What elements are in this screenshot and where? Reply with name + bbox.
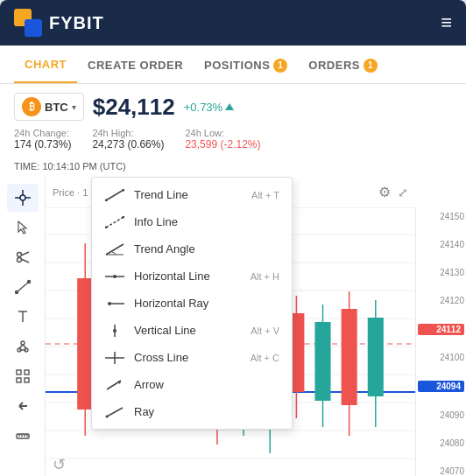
arrow-up-icon [225,103,234,110]
menu-item-horizontal-line[interactable]: Horizontal Line Alt + H [92,262,292,290]
time-label: TIME: 10:14:10 PM (UTC) [0,158,466,177]
svg-line-11 [17,282,29,292]
vertical-line-icon [104,325,125,337]
text-icon [15,309,31,325]
svg-rect-83 [342,309,357,405]
chevron-down-icon: ▾ [72,102,76,112]
price-tick-7: 24090 [418,410,464,420]
price-stats: 24h Change: 174 (0.73%) 24h High: 24,273… [14,128,452,150]
price-tick-0: 24150 [418,212,464,221]
menu-item-trend-line[interactable]: Trend Line Alt + T [92,181,292,208]
toolbar-scissors[interactable] [7,243,39,271]
toolbar-crosshair[interactable] [7,184,39,212]
nav-tabs: CHART CREATE ORDER POSITIONS 1 ORDERS 1 [0,46,466,84]
menu-item-info-line-label: Info Line [134,215,271,228]
toolbar-trend[interactable] [7,273,39,301]
chart-expand-button[interactable]: ⤢ [398,186,408,200]
svg-point-44 [113,329,116,332]
svg-line-49 [107,408,123,416]
price-label-text: Price · 1 [53,187,88,198]
hamburger-icon: ≡ [441,11,452,33]
chart-refresh-button[interactable]: ↺ [53,455,66,474]
svg-line-9 [21,252,29,256]
chart-area[interactable]: Trend Line Alt + T Info Line Trend [46,177,466,476]
coin-selector[interactable]: ₿ BTC ▾ [14,93,84,121]
menu-item-horizontal-line-label: Horizontal Line [134,270,242,283]
menu-item-ray-label: Ray [134,405,271,418]
svg-rect-23 [25,370,29,374]
tab-chart[interactable]: CHART [14,46,77,83]
trend-angle-icon [104,243,125,256]
svg-line-20 [23,345,26,348]
price-change-text: +0.73% [184,101,222,114]
price-tick-blue: 24094 [418,381,464,392]
scissors-icon [15,249,31,265]
arrow-icon [104,379,125,391]
ray-icon [104,406,125,418]
svg-rect-1 [25,19,42,37]
svg-point-13 [27,281,30,284]
price-tick-3: 24120 [418,296,464,305]
menu-item-horizontal-line-shortcut: Alt + H [251,271,279,282]
menu-item-arrow-label: Arrow [134,378,271,391]
toolbar [0,177,46,476]
toolbar-ruler[interactable] [7,422,39,450]
menu-item-vertical-line-label: Vertical Line [134,324,242,337]
svg-line-34 [106,217,124,228]
price-tick-2: 24130 [418,268,464,277]
price-tick-1: 24140 [418,240,464,249]
menu-item-trend-angle-label: Trend Angle [134,242,271,256]
menu-item-horizontal-ray[interactable]: Horizontal Ray [92,290,292,317]
menu-item-arrow[interactable]: Arrow [92,371,292,398]
svg-line-31 [106,190,124,200]
toolbar-grid[interactable] [7,362,39,390]
btc-icon: ₿ [22,97,41,116]
svg-point-6 [20,195,25,200]
app-container: FYBIT ≡ CHART CREATE ORDER POSITIONS 1 O… [0,0,466,476]
tab-positions[interactable]: POSITIONS 1 [194,46,298,83]
price-change: +0.73% [184,101,234,114]
toolbar-nodes[interactable] [7,332,39,360]
price-section: ₿ BTC ▾ $24,112 +0.73% 24h Change: 174 (… [0,84,466,158]
main-content: Trend Line Alt + T Info Line Trend [0,177,466,476]
svg-point-7 [17,253,21,257]
positions-badge: 1 [273,59,287,73]
tab-create-order[interactable]: CREATE ORDER [77,46,194,83]
cross-line-icon [104,352,125,364]
menu-item-info-line[interactable]: Info Line [92,208,292,235]
header: FYBIT ≡ [0,0,466,46]
toolbar-cursor[interactable] [7,214,39,242]
crosshair-icon [15,190,31,206]
svg-rect-85 [368,318,384,396]
svg-line-10 [21,259,29,262]
nodes-icon [15,339,31,354]
menu-item-cross-line[interactable]: Cross Line Alt + C [92,344,292,371]
price-tick-5: 24100 [418,353,464,362]
info-line-icon [104,216,125,228]
logo-icon [14,9,42,37]
chart-settings-button[interactable]: ⚙ [378,184,391,200]
menu-item-cross-line-shortcut: Alt + C [251,353,279,363]
price-value: $24,112 [93,94,175,121]
menu-item-trend-line-label: Trend Line [134,188,243,201]
orders-badge: 1 [364,59,378,73]
svg-point-8 [17,258,21,262]
menu-item-trend-angle[interactable]: Trend Angle [92,235,292,262]
svg-line-19 [19,345,23,348]
menu-item-ray[interactable]: Ray [92,398,292,425]
price-top: ₿ BTC ▾ $24,112 +0.73% [14,93,452,121]
logo-text: FYBIT [49,13,104,33]
stat-24h-low: 24h Low: 23,599 (-2.12%) [185,128,260,150]
hamburger-button[interactable]: ≡ [441,13,452,32]
price-axis: 24150 24140 24130 24120 24112 24100 2409… [415,208,466,476]
tab-orders[interactable]: ORDERS 1 [298,46,388,83]
toolbar-text[interactable] [7,303,39,331]
stat-24h-change: 24h Change: 174 (0.73%) [14,128,71,150]
svg-rect-22 [17,370,21,374]
menu-item-vertical-line[interactable]: Vertical Line Alt + V [92,317,292,344]
price-tick-9: 24070 [418,466,464,476]
coin-label: BTC [45,101,68,114]
svg-point-50 [106,415,109,417]
svg-rect-25 [25,378,29,382]
toolbar-back[interactable] [7,392,39,420]
